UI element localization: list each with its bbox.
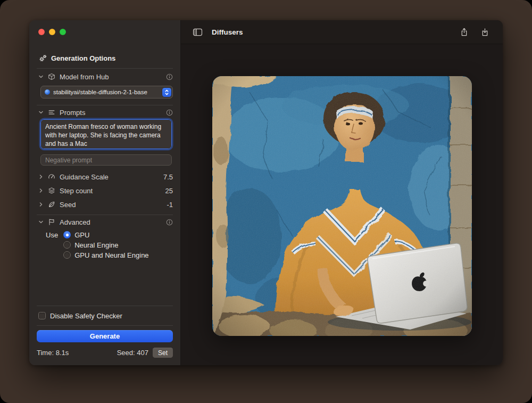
- radio-unselected-icon: [63, 241, 71, 249]
- chevron-down-icon: [38, 219, 44, 225]
- radio-gpu-label: GPU: [74, 231, 89, 239]
- model-select-value: stabilityai/stable-diffusion-2-1-base: [53, 89, 159, 95]
- chevron-right-icon: [38, 174, 44, 179]
- guidance-scale-value: 7.5: [163, 173, 173, 181]
- leaf-icon: [47, 201, 56, 208]
- seed-row[interactable]: Seed -1: [37, 198, 173, 211]
- gears-icon: [38, 54, 47, 62]
- compute-unit-group: Use GPU Neural Engine GPU and Neural Eng…: [37, 231, 173, 259]
- main-area: Diffusers: [181, 20, 503, 365]
- info-icon[interactable]: [166, 219, 173, 226]
- close-icon[interactable]: [38, 29, 45, 35]
- generation-options-header: Generation Options: [37, 53, 173, 63]
- checkbox-icon[interactable]: [38, 312, 46, 319]
- negative-prompt-input[interactable]: [40, 154, 172, 166]
- guidance-scale-row[interactable]: Guidance Scale 7.5: [37, 170, 173, 184]
- gauge-icon: [47, 173, 56, 180]
- divider: [37, 215, 173, 215]
- guidance-scale-label: Guidance Scale: [60, 173, 109, 181]
- zoom-icon[interactable]: [60, 29, 66, 35]
- save-icon[interactable]: [481, 28, 489, 37]
- advanced-row[interactable]: Advanced: [37, 216, 173, 228]
- fresco-illustration: [212, 76, 472, 336]
- info-icon[interactable]: [166, 109, 173, 116]
- seed-label: Seed: [60, 201, 76, 209]
- window-controls: [38, 29, 66, 35]
- step-count-row[interactable]: Step count 25: [37, 184, 173, 198]
- chevron-right-icon: [38, 188, 44, 193]
- box-icon: [47, 73, 56, 80]
- step-count-value: 25: [165, 187, 173, 195]
- compute-unit-options: GPU Neural Engine GPU and Neural Engine: [63, 231, 148, 259]
- status-bar: Time: 8.1s Seed: 407 Set: [37, 348, 173, 358]
- model-dot-icon: [45, 89, 50, 95]
- step-count-label: Step count: [60, 187, 93, 195]
- radio-selected-icon: [63, 231, 71, 238]
- layers-icon: [47, 187, 56, 194]
- radio-gpu[interactable]: GPU: [63, 231, 148, 238]
- divider: [37, 325, 173, 326]
- seed-value: -1: [167, 201, 173, 209]
- radio-neural-engine-label: Neural Engine: [74, 241, 118, 249]
- share-icon[interactable]: [460, 28, 468, 37]
- model-from-hub-row[interactable]: Model from Hub: [37, 71, 173, 83]
- model-select[interactable]: stabilityai/stable-diffusion-2-1-base: [40, 86, 173, 98]
- window-title: Diffusers: [212, 28, 243, 36]
- radio-gpu-and-neural-engine[interactable]: GPU and Neural Engine: [63, 251, 148, 259]
- generated-image: [212, 76, 472, 336]
- popup-stepper-icon: [162, 88, 171, 97]
- time-status: Time: 8.1s: [37, 349, 69, 357]
- disable-safety-checker-row[interactable]: Disable Safety Checker: [37, 310, 173, 322]
- chevron-down-icon: [38, 74, 44, 79]
- divider: [37, 306, 173, 306]
- desktop: Generation Options Model from Hub: [0, 0, 532, 403]
- divider: [37, 68, 173, 69]
- info-icon[interactable]: [166, 73, 173, 80]
- advanced-label: Advanced: [60, 218, 90, 226]
- sidebar: Generation Options Model from Hub: [29, 20, 181, 365]
- generate-button[interactable]: Generate: [37, 330, 173, 342]
- image-canvas: [181, 44, 503, 365]
- sidebar-toggle-icon[interactable]: [193, 28, 203, 36]
- radio-neural-engine[interactable]: Neural Engine: [63, 241, 148, 249]
- flag-icon: [47, 218, 56, 226]
- prompts-row[interactable]: Prompts: [37, 106, 173, 118]
- generation-options-title: Generation Options: [51, 54, 115, 62]
- diffusers-window: Generation Options Model from Hub: [29, 20, 503, 365]
- chevron-down-icon: [38, 110, 44, 115]
- prompt-input[interactable]: Ancient Roman fresco of woman working wi…: [40, 119, 172, 149]
- radio-gpu-and-neural-engine-label: GPU and Neural Engine: [74, 251, 148, 259]
- toolbar: Diffusers: [181, 20, 503, 44]
- minimize-icon[interactable]: [49, 29, 55, 35]
- prompts-label: Prompts: [60, 109, 85, 117]
- divider: [37, 105, 173, 105]
- seed-status: Seed: 407: [117, 349, 148, 357]
- chevron-right-icon: [38, 202, 44, 207]
- radio-unselected-icon: [63, 251, 71, 259]
- model-from-hub-label: Model from Hub: [60, 73, 109, 81]
- text-lines-icon: [47, 109, 56, 116]
- disable-safety-checker-label: Disable Safety Checker: [50, 312, 122, 320]
- use-label: Use: [46, 231, 58, 259]
- set-seed-button[interactable]: Set: [153, 348, 173, 358]
